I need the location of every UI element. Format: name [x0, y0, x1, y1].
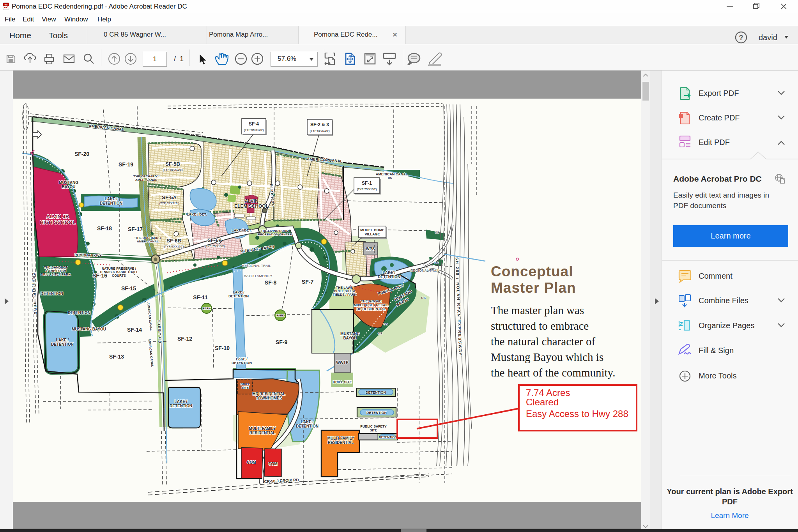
svg-text:SF-19: SF-19	[119, 161, 133, 168]
svg-text:THE LIVING ROOM: THE LIVING ROOM	[261, 229, 289, 233]
svg-text:DETENTION: DETENTION	[170, 404, 192, 408]
svg-text:DETENTION: DETENTION	[41, 292, 63, 296]
svg-text:COM: COM	[268, 462, 277, 466]
svg-text:DETENTION: DETENTION	[366, 391, 386, 394]
svg-text:LAKE / DET.: LAKE / DET.	[187, 212, 207, 216]
svg-text:SITE: SITE	[242, 386, 249, 389]
svg-text:FIELDS / PARK: FIELDS / PARK	[333, 293, 357, 297]
svg-text:AMER. CANAL: AMER. CANAL	[135, 178, 157, 182]
svg-text:PDF: PDF	[4, 4, 9, 6]
svg-text:SITE: SITE	[370, 428, 377, 432]
svg-text:OS: OS	[378, 332, 382, 335]
svg-text:'THE ORCHARD' /: 'THE ORCHARD' /	[133, 175, 159, 178]
svg-text:BAYOU: BAYOU	[62, 185, 75, 189]
svg-text:PARK: PARK	[203, 307, 210, 310]
svg-text:DETENTION: DETENTION	[296, 424, 318, 428]
svg-text:DRILL SITE: DRILL SITE	[333, 380, 352, 384]
svg-text:LAKE /: LAKE /	[301, 420, 314, 424]
svg-text:REGIONAL TRAIL: REGIONAL TRAIL	[242, 264, 271, 268]
svg-text:SF-9: SF-9	[276, 339, 288, 345]
svg-text:SF-5A: SF-5A	[162, 194, 177, 200]
svg-text:COM: COM	[247, 460, 256, 465]
svg-text:ALVIN: ALVIN	[244, 198, 258, 204]
svg-text:(TYP 55'X120'): (TYP 55'X120')	[163, 168, 183, 171]
svg-text:MUSTANG: MUSTANG	[59, 180, 78, 185]
svg-text:SF-13: SF-13	[109, 353, 124, 360]
svg-text:ALVIN JR: ALVIN JR	[46, 214, 69, 219]
svg-text:OS: OS	[388, 177, 392, 179]
svg-text:LAKE / DET.: LAKE / DET.	[232, 228, 252, 232]
svg-text:SF-20: SF-20	[74, 151, 89, 157]
svg-text:LAKE /: LAKE /	[175, 399, 188, 404]
svg-text:SF-17: SF-17	[128, 226, 143, 232]
svg-text:OS: OS	[435, 262, 439, 264]
svg-text:DETENTION: DETENTION	[366, 411, 387, 415]
svg-text:SF-8: SF-8	[265, 279, 277, 286]
svg-text:DETENTION: DETENTION	[51, 342, 74, 346]
svg-text:MUSTANG BAYOU: MUSTANG BAYOU	[72, 327, 106, 331]
svg-text:SF-2 & 3: SF-2 & 3	[310, 122, 329, 127]
svg-text:HD RESIDENTIAL: HD RESIDENTIAL	[356, 307, 386, 311]
svg-text:BAYOU: BAYOU	[343, 336, 357, 340]
svg-text:The master plan was: The master plan was	[491, 304, 584, 316]
svg-text:HD RESIDENTIAL: HD RESIDENTIAL	[253, 392, 285, 396]
svg-text:SF-1: SF-1	[362, 180, 372, 186]
svg-text:SF-15: SF-15	[121, 285, 136, 292]
svg-text:ELEM SCHOOL: ELEM SCHOOL	[234, 203, 269, 209]
svg-text:SF-6A: SF-6A	[207, 237, 222, 243]
svg-text:RESIDENTIAL: RESIDENTIAL	[249, 431, 276, 435]
svg-text:david: david	[759, 33, 777, 42]
svg-text:7.74 Acres: 7.74 Acres	[526, 387, 570, 398]
svg-text:LAKE /: LAKE /	[56, 338, 69, 342]
svg-text:Conceptual: Conceptual	[491, 263, 573, 279]
svg-text:SF-5B: SF-5B	[165, 161, 180, 167]
svg-text:DRILL SITE / PARK: DRILL SITE / PARK	[41, 272, 71, 276]
svg-text:OS: OS	[435, 231, 439, 234]
svg-text:SF-10: SF-10	[215, 345, 230, 351]
svg-text:HIGH SCHOOL: HIGH SCHOOL	[40, 219, 76, 225]
svg-text:REGIONAL TRAIL: REGIONAL TRAIL	[411, 269, 439, 272]
svg-text:AMERICAN CANAL: AMERICAN CANAL	[376, 172, 408, 176]
svg-text:SF-12: SF-12	[177, 336, 192, 342]
svg-text:Mustang Bayou which is: Mustang Bayou which is	[491, 351, 603, 363]
svg-text:'THE ORCHARD' /: 'THE ORCHARD' /	[134, 236, 161, 240]
svg-text:DETENTION: DETENTION	[100, 201, 122, 205]
svg-text:(TYP 75'X130'): (TYP 75'X130')	[357, 187, 377, 191]
svg-text:?: ?	[739, 34, 743, 42]
svg-text:DRILL: DRILL	[241, 382, 250, 386]
svg-text:PUBLIC SAFETY: PUBLIC SAFETY	[360, 424, 387, 428]
svg-text:MULTI-FAMILY: MULTI-FAMILY	[327, 436, 354, 440]
svg-text:OS: OS	[383, 322, 388, 326]
svg-text:DETENTION: DETENTION	[68, 311, 90, 315]
svg-text:MODEL HOME: MODEL HOME	[360, 228, 384, 232]
svg-text:LAKE /: LAKE /	[383, 270, 396, 275]
svg-text:LAKE /: LAKE /	[236, 357, 248, 361]
svg-text:WWTP: WWTP	[336, 361, 349, 365]
svg-text:DETENTION: DETENTION	[228, 294, 249, 298]
svg-text:Master Plan: Master Plan	[491, 280, 576, 296]
svg-text:SF-11: SF-11	[193, 294, 208, 300]
svg-text:VILLAGE: VILLAGE	[364, 232, 380, 236]
svg-text:DETENTION: DETENTION	[379, 435, 397, 439]
svg-text:MUSTANG: MUSTANG	[340, 332, 360, 336]
svg-text:DETENTION: DETENTION	[378, 275, 400, 279]
svg-text:LAKE /: LAKE /	[233, 290, 244, 294]
svg-text:SF-4: SF-4	[249, 121, 259, 127]
svg-text:THE GROVE: THE GROVE	[361, 299, 381, 303]
svg-text:LAKE /: LAKE /	[105, 197, 118, 201]
svg-text:Cleared: Cleared	[526, 397, 559, 407]
svg-text:MULTI-FAMILY: MULTI-FAMILY	[249, 426, 276, 431]
svg-text:RESIDENTIAL: RESIDENTIAL	[328, 440, 354, 445]
svg-text:Easy Access to Hwy 288: Easy Access to Hwy 288	[526, 408, 628, 419]
svg-text:structured to embrace: structured to embrace	[491, 320, 589, 332]
svg-text:RECREATION CENTER: RECREATION CENTER	[258, 233, 292, 236]
svg-text:AMER. CANAL: AMER. CANAL	[137, 240, 159, 243]
svg-text:the natural character of: the natural character of	[491, 335, 595, 348]
svg-text:SF-18: SF-18	[97, 225, 112, 232]
svg-text:(TYP 65'X120'): (TYP 65'X120')	[310, 129, 330, 133]
svg-text:(TYP 65'X120'): (TYP 65'X120')	[159, 201, 179, 205]
svg-text:WPS: WPS	[366, 247, 375, 251]
svg-text:OS: OS	[421, 296, 426, 300]
svg-text:BAYOU AMENITY: BAYOU AMENITY	[244, 274, 272, 278]
svg-text:SF-6B: SF-6B	[166, 238, 181, 244]
